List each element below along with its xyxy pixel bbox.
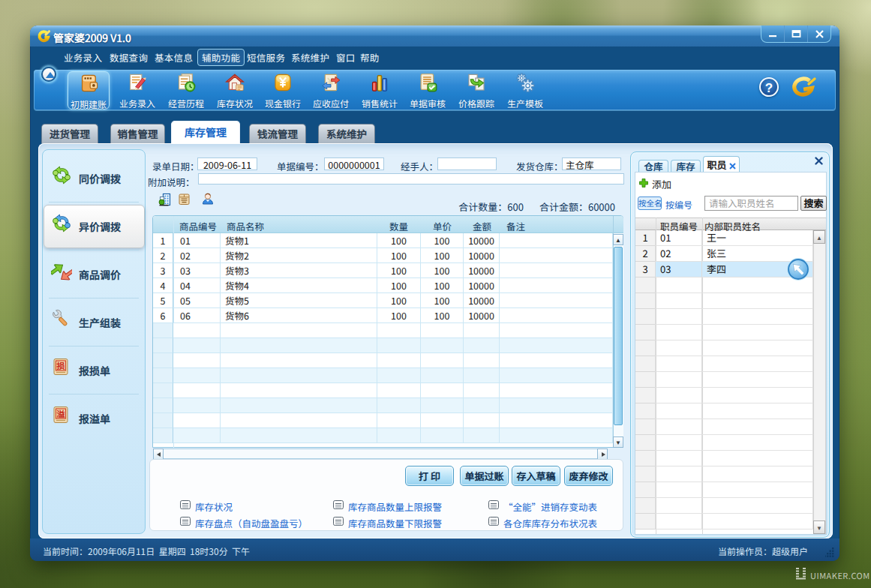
svg-text:溢: 溢	[57, 407, 65, 419]
svg-text:损: 损	[57, 359, 65, 371]
